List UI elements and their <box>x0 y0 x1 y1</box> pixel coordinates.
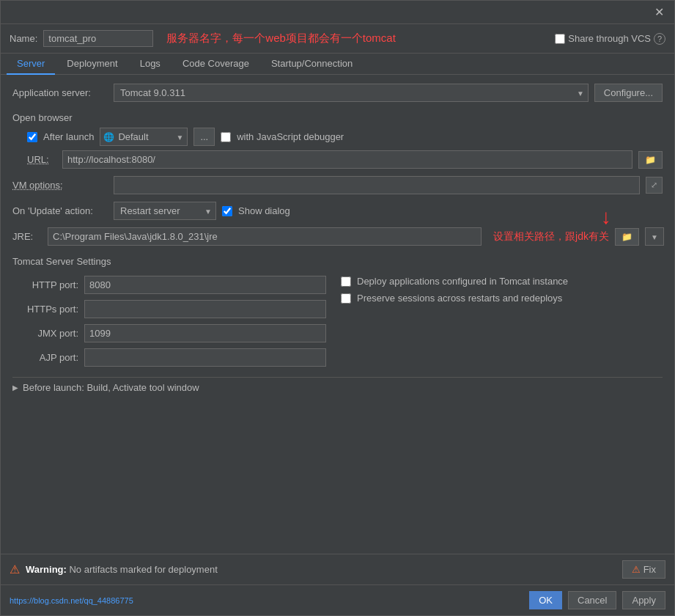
url-input[interactable] <box>62 150 632 169</box>
after-launch-row: After launch 🌐 Default ... with JavaScri… <box>12 128 663 146</box>
update-action-row: On 'Update' action: Restart server Show … <box>12 202 663 220</box>
tomcat-settings-title: Tomcat Server Settings <box>12 256 663 267</box>
warning-strong: Warning: <box>26 564 67 575</box>
jre-folder-button[interactable]: 📁 <box>615 228 639 246</box>
after-launch-label: After launch <box>43 131 94 142</box>
update-action-select-wrapper: Restart server <box>114 202 216 220</box>
app-server-select-wrapper: Tomcat 9.0.311 <box>114 84 589 102</box>
name-annotation: 服务器名字，每一个web项目都会有一个tomcat <box>166 32 396 45</box>
vm-options-label: VM options: <box>12 180 108 191</box>
update-action-select[interactable]: Restart server <box>114 202 216 220</box>
share-vcs-checkbox[interactable] <box>555 34 565 44</box>
share-vcs-label: Share through VCS <box>568 33 651 44</box>
tab-logs[interactable]: Logs <box>130 54 171 75</box>
cancel-button[interactable]: Cancel <box>568 591 616 609</box>
watermark-link[interactable]: https://blog.csdn.net/qq_44886775 <box>10 596 133 605</box>
https-port-label: HTTPs port: <box>12 304 78 315</box>
browser-select[interactable]: Default <box>100 128 188 146</box>
settings-two-col: HTTP port: HTTPs port: JMX port: AJP por… <box>12 276 663 367</box>
app-server-select[interactable]: Tomcat 9.0.311 <box>114 84 589 102</box>
https-port-input[interactable] <box>84 300 326 318</box>
tomcat-settings: Tomcat Server Settings HTTP port: HTTPs … <box>12 256 663 367</box>
js-debugger-label: with JavaScript debugger <box>237 131 344 142</box>
ok-button[interactable]: OK <box>529 591 562 609</box>
warning-icon: ⚠ <box>10 562 20 576</box>
titlebar: ✕ <box>1 1 674 24</box>
apply-button[interactable]: Apply <box>622 591 665 609</box>
vm-options-input[interactable] <box>114 176 640 194</box>
open-browser-section: Open browser After launch 🌐 Default ... … <box>12 109 663 169</box>
http-port-label: HTTP port: <box>12 279 78 290</box>
tab-startup[interactable]: Startup/Connection <box>261 54 363 75</box>
url-row: URL: 📁 <box>12 150 663 169</box>
deploy-options-col: Deploy applications configured in Tomcat… <box>341 276 663 367</box>
app-server-label: Application server: <box>12 87 108 98</box>
deploy-apps-row: Deploy applications configured in Tomcat… <box>341 276 663 287</box>
preserve-sessions-row: Preserve sessions across restarts and re… <box>341 293 663 304</box>
deploy-apps-checkbox[interactable] <box>341 276 351 287</box>
browser-select-wrapper: 🌐 Default <box>100 128 188 146</box>
open-browser-title: Open browser <box>12 112 663 123</box>
ports-col: HTTP port: HTTPs port: JMX port: AJP por… <box>12 276 326 367</box>
ajp-port-row: AJP port: <box>12 348 326 367</box>
browser-options-button[interactable]: ... <box>193 128 215 146</box>
fix-label: Fix <box>643 564 656 575</box>
ajp-port-label: AJP port: <box>12 352 78 363</box>
fix-button[interactable]: ⚠ Fix <box>622 560 665 579</box>
jre-row: JRE: 设置相关路径，跟jdk有关 📁 <box>12 227 663 246</box>
preserve-sessions-label: Preserve sessions across restarts and re… <box>357 293 562 304</box>
show-dialog-checkbox[interactable] <box>222 206 232 216</box>
jmx-port-row: JMX port: <box>12 324 326 342</box>
warning-bar: ⚠ Warning: No artifacts marked for deplo… <box>1 554 674 584</box>
close-button[interactable]: ✕ <box>650 4 668 21</box>
name-label: Name: <box>10 33 37 44</box>
before-launch-row[interactable]: ▶ Before launch: Build, Activate tool wi… <box>12 377 663 397</box>
jre-arrow: ↓ <box>601 205 611 229</box>
jre-input[interactable] <box>48 227 482 246</box>
name-row: Name: 服务器名字，每一个web项目都会有一个tomcat Share th… <box>1 24 674 54</box>
update-action-label: On 'Update' action: <box>12 205 108 216</box>
app-server-row: Application server: Tomcat 9.0.311 Confi… <box>12 84 663 102</box>
tab-server[interactable]: Server <box>7 54 55 75</box>
name-input[interactable] <box>43 30 153 47</box>
configure-button[interactable]: Configure... <box>594 84 663 102</box>
before-launch-label: Before launch: Build, Activate tool wind… <box>23 382 199 393</box>
url-label: URL: <box>27 154 56 165</box>
warning-text: Warning: No artifacts marked for deploym… <box>26 564 616 575</box>
preserve-sessions-checkbox[interactable] <box>341 293 351 304</box>
tab-code-coverage[interactable]: Code Coverage <box>172 54 259 75</box>
jre-select-wrapper <box>645 227 663 246</box>
jmx-port-label: JMX port: <box>12 328 78 339</box>
warning-message: No artifacts marked for deployment <box>69 564 217 575</box>
jre-section: ↓ JRE: 设置相关路径，跟jdk有关 📁 <box>12 227 663 246</box>
run-config-window: ✕ Name: 服务器名字，每一个web项目都会有一个tomcat Share … <box>0 0 675 616</box>
tabs-bar: Server Deployment Logs Code Coverage Sta… <box>1 54 674 75</box>
url-folder-button[interactable]: 📁 <box>638 151 663 169</box>
js-debugger-checkbox[interactable] <box>221 132 231 142</box>
tab-deployment[interactable]: Deployment <box>56 54 128 75</box>
action-bar: https://blog.csdn.net/qq_44886775 OK Can… <box>1 584 674 615</box>
share-vcs-row: Share through VCS ? <box>555 33 665 45</box>
jre-label: JRE: <box>12 231 42 242</box>
ajp-port-input[interactable] <box>84 348 326 367</box>
jre-select[interactable] <box>645 227 664 246</box>
after-launch-checkbox[interactable] <box>27 132 37 142</box>
help-icon[interactable]: ? <box>654 33 665 45</box>
jmx-port-input[interactable] <box>84 324 326 342</box>
https-port-row: HTTPs port: <box>12 300 326 318</box>
http-port-input[interactable] <box>84 276 326 294</box>
show-dialog-label: Show dialog <box>238 205 290 216</box>
deploy-apps-label: Deploy applications configured in Tomcat… <box>357 276 568 287</box>
jre-annotation: 设置相关路径，跟jdk有关 <box>493 230 609 243</box>
http-port-row: HTTP port: <box>12 276 326 294</box>
fix-warn-icon: ⚠ <box>632 564 641 575</box>
vm-expand-button[interactable]: ⤢ <box>646 177 663 194</box>
content-area: Application server: Tomcat 9.0.311 Confi… <box>1 75 674 554</box>
vm-options-row: VM options: ⤢ <box>12 176 663 194</box>
triangle-icon: ▶ <box>12 384 18 392</box>
